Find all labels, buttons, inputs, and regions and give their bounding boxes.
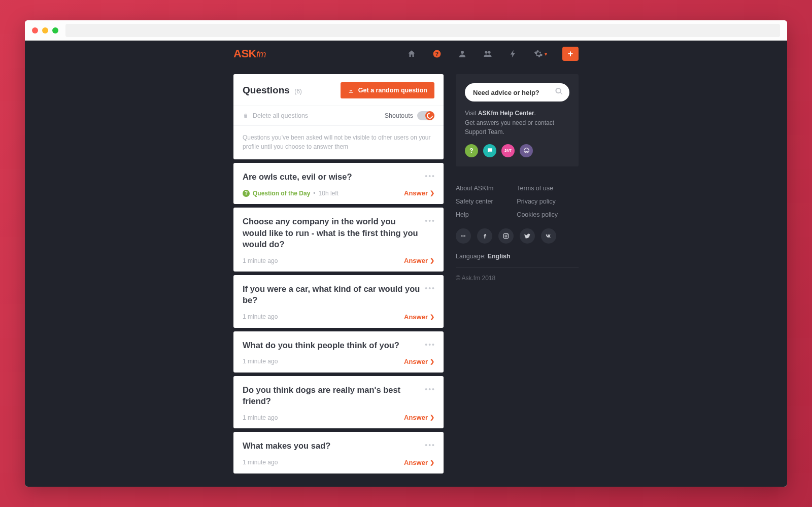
help-text: Visit ASKfm Help Center. Get answers you…: [465, 109, 569, 137]
language-label: Language:: [456, 253, 488, 260]
footer-links: About ASKfmSafety centerHelp Terms of us…: [456, 185, 579, 218]
answer-label: Answer: [404, 257, 428, 264]
question-more-icon[interactable]: •••: [425, 341, 435, 349]
question-time: 1 minute ago: [243, 358, 278, 365]
question-meta-row: 1 minute agoAnswer❯: [243, 257, 434, 264]
question-meta-row: 1 minute agoAnswer❯: [243, 414, 434, 421]
help-panel: Visit ASKfm Help Center. Get answers you…: [456, 74, 579, 166]
question-meta-row: ?Question of the Day • 10h leftAnswer❯: [243, 189, 434, 197]
notifications-icon[interactable]: [508, 49, 518, 59]
svg-point-6: [461, 235, 462, 236]
random-question-button[interactable]: Get a random question: [341, 82, 434, 98]
svg-point-10: [507, 234, 507, 234]
answer-button[interactable]: Answer❯: [404, 414, 434, 421]
question-text: What do you think people think of you?: [243, 340, 434, 351]
social-askfm-icon[interactable]: [456, 228, 471, 244]
question-meta: 1 minute ago: [243, 257, 278, 264]
shoutouts-toggle[interactable]: [417, 111, 434, 120]
question-card: •••If you were a car, what kind of car w…: [233, 275, 444, 328]
qod-badge-icon: ?: [243, 190, 250, 197]
ask-button[interactable]: +: [562, 47, 579, 61]
help-search-input[interactable]: [465, 83, 569, 102]
question-meta: 1 minute ago: [243, 358, 278, 365]
answer-label: Answer: [404, 189, 428, 197]
question-card: •••Are owls cute, evil or wise??Question…: [233, 163, 444, 204]
app-body: Questions (6) Get a random question Dele…: [25, 67, 787, 474]
question-card: •••Choose any company in the world you w…: [233, 208, 444, 272]
answer-button[interactable]: Answer❯: [404, 459, 434, 466]
trash-icon: [243, 113, 249, 119]
language-row: Language: English: [456, 253, 579, 267]
question-text: What makes you sad?: [243, 440, 434, 451]
questions-panel: Questions (6) Get a random question Dele…: [233, 74, 444, 159]
nav-icons: ? ▾: [407, 47, 579, 61]
answer-label: Answer: [404, 414, 428, 421]
question-meta-row: 1 minute agoAnswer❯: [243, 313, 434, 321]
answer-label: Answer: [404, 358, 428, 365]
answer-button[interactable]: Answer❯: [404, 257, 434, 264]
question-text: If you were a car, what kind of car woul…: [243, 283, 434, 306]
footer-link[interactable]: Safety center: [456, 198, 493, 205]
footer-link[interactable]: Privacy policy: [517, 198, 558, 205]
question-meta: 1 minute ago: [243, 414, 278, 421]
help-247-icon[interactable]: 24/7: [501, 144, 515, 157]
question-more-icon[interactable]: •••: [425, 284, 435, 292]
profile-icon[interactable]: [457, 49, 467, 59]
browser-frame: ASKfm ?: [25, 20, 787, 487]
window-minimize-button[interactable]: [42, 27, 48, 33]
traffic-lights: [32, 27, 58, 33]
answer-button[interactable]: Answer❯: [404, 189, 434, 197]
random-question-label: Get a random question: [358, 87, 427, 94]
help-center-link[interactable]: ASKfm Help Center: [478, 110, 534, 117]
side-column: Visit ASKfm Help Center. Get answers you…: [456, 74, 579, 474]
panel-title-text: Questions: [243, 85, 290, 95]
friends-icon[interactable]: [483, 49, 493, 59]
footer-link[interactable]: Terms of use: [517, 185, 558, 192]
help-search-wrap: [465, 83, 569, 102]
inbox-icon[interactable]: ?: [432, 49, 442, 59]
question-more-icon[interactable]: •••: [425, 385, 435, 393]
search-icon[interactable]: [555, 87, 563, 98]
question-more-icon[interactable]: •••: [425, 441, 435, 449]
app-viewport: ASKfm ?: [25, 41, 787, 487]
question-text: Are owls cute, evil or wise?: [243, 171, 434, 182]
chevron-right-icon: ❯: [430, 414, 434, 421]
language-selector[interactable]: English: [488, 253, 511, 260]
window-zoom-button[interactable]: [52, 27, 58, 33]
delete-all-button[interactable]: Delete all questions: [243, 112, 308, 119]
help-chat-icon[interactable]: [483, 144, 496, 157]
question-more-icon[interactable]: •••: [425, 172, 435, 180]
help-faq-icon[interactable]: ?: [465, 144, 478, 157]
social-icons: [456, 228, 579, 244]
logo[interactable]: ASKfm: [233, 47, 266, 60]
copyright: © Ask.fm 2018: [456, 275, 579, 282]
answer-button[interactable]: Answer❯: [404, 358, 434, 365]
home-icon[interactable]: [407, 49, 417, 59]
footer-link[interactable]: About ASKfm: [456, 185, 493, 192]
chevron-right-icon: ❯: [430, 257, 434, 264]
settings-dropdown[interactable]: ▾: [533, 49, 547, 59]
social-instagram-icon[interactable]: [498, 228, 514, 244]
footer-link[interactable]: Cookies policy: [517, 211, 558, 218]
questions-toolbar: Delete all questions Shoutouts: [233, 106, 444, 125]
svg-point-4: [488, 51, 490, 53]
question-more-icon[interactable]: •••: [425, 217, 435, 225]
answer-label: Answer: [404, 459, 428, 466]
footer-link[interactable]: Help: [456, 211, 493, 218]
social-twitter-icon[interactable]: [520, 228, 535, 244]
question-time: 1 minute ago: [243, 257, 278, 264]
logo-main: ASK: [233, 47, 256, 60]
social-facebook-icon[interactable]: [477, 228, 492, 244]
help-smile-icon[interactable]: [520, 144, 533, 157]
chevron-right-icon: ❯: [430, 314, 434, 320]
chevron-right-icon: ❯: [430, 358, 434, 365]
question-text: Choose any company in the world you woul…: [243, 216, 434, 250]
answer-button[interactable]: Answer❯: [404, 313, 434, 321]
url-bar[interactable]: [65, 24, 780, 37]
panel-header: Questions (6) Get a random question: [233, 74, 444, 106]
social-vk-icon[interactable]: [541, 228, 556, 244]
question-meta: ?Question of the Day • 10h left: [243, 190, 339, 197]
question-card: •••Do you think dogs are really man's be…: [233, 376, 444, 429]
window-close-button[interactable]: [32, 27, 38, 33]
question-meta: 1 minute ago: [243, 313, 278, 320]
